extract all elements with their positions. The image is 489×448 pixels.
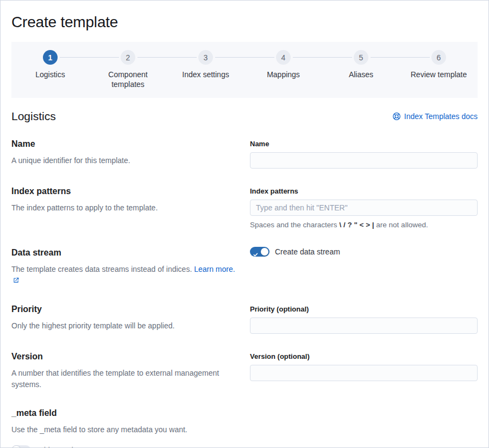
priority-field-column: Priority (optional) bbox=[250, 303, 478, 334]
form-row-version: Version A number that identifies the tem… bbox=[11, 351, 478, 390]
section-title: Logistics bbox=[11, 109, 56, 124]
index-patterns-field-column: Index patterns Spaces and the characters… bbox=[250, 185, 478, 230]
step-label: Index settings bbox=[182, 70, 229, 79]
toggle-knob bbox=[261, 248, 268, 256]
data-stream-row-description: The template creates data streams instea… bbox=[11, 264, 239, 287]
index-patterns-row-heading: Index patterns bbox=[11, 185, 239, 197]
index-patterns-input[interactable] bbox=[250, 200, 478, 216]
stepper-step-logistics[interactable]: 1 Logistics bbox=[11, 50, 89, 89]
index-patterns-field-label: Index patterns bbox=[250, 187, 478, 195]
learn-more-link[interactable]: Learn more. bbox=[194, 265, 235, 273]
version-row-description: A number that identifies the template to… bbox=[11, 368, 239, 390]
data-stream-row-heading: Data stream bbox=[11, 247, 239, 259]
external-link-icon bbox=[13, 275, 19, 287]
lifebuoy-help-icon bbox=[392, 112, 401, 121]
meta-row-heading: _meta field bbox=[11, 407, 239, 419]
step-label: Aliases bbox=[349, 70, 373, 79]
docs-link-label: Index Templates docs bbox=[404, 112, 478, 121]
toggle-knob bbox=[11, 445, 21, 448]
step-label: Component templates bbox=[98, 70, 158, 89]
step-label: Review template bbox=[411, 70, 467, 79]
meta-field-column bbox=[250, 407, 478, 448]
stepper-step-component-templates[interactable]: 2 Component templates bbox=[89, 50, 167, 89]
index-patterns-description-column: Index patterns The index patterns to app… bbox=[11, 185, 239, 230]
stepper-step-aliases[interactable]: 5 Aliases bbox=[322, 50, 400, 89]
step-number-badge: 6 bbox=[431, 50, 446, 65]
step-label: Logistics bbox=[35, 70, 65, 79]
version-input[interactable] bbox=[250, 365, 478, 381]
priority-row-heading: Priority bbox=[11, 303, 239, 315]
name-description-column: Name A unique identifier for this templa… bbox=[11, 138, 239, 169]
create-template-page: Create template 1 Logistics 2 Component … bbox=[0, 0, 489, 448]
form-row-name: Name A unique identifier for this templa… bbox=[11, 138, 478, 169]
data-stream-field-column: Create data stream bbox=[250, 247, 478, 287]
index-templates-docs-link[interactable]: Index Templates docs bbox=[392, 112, 478, 121]
create-data-stream-toggle-label: Create data stream bbox=[275, 247, 340, 256]
stepper-step-index-settings[interactable]: 3 Index settings bbox=[167, 50, 244, 89]
add-metadata-toggle[interactable] bbox=[11, 445, 31, 448]
priority-row-description: Only the highest priority template will … bbox=[11, 320, 239, 332]
stepper-step-review-template[interactable]: 6 Review template bbox=[400, 50, 478, 89]
page-title: Create template bbox=[11, 13, 478, 32]
priority-description-column: Priority Only the highest priority templ… bbox=[11, 303, 239, 334]
section-header: Logistics Index Templates docs bbox=[11, 109, 478, 124]
step-number-badge: 2 bbox=[121, 50, 135, 65]
data-stream-description-column: Data stream The template creates data st… bbox=[11, 247, 239, 287]
step-number-badge: 4 bbox=[276, 50, 291, 65]
version-row-heading: Version bbox=[11, 351, 239, 363]
stepper-step-mappings[interactable]: 4 Mappings bbox=[244, 50, 322, 89]
meta-description-column: _meta field Use the _meta field to store… bbox=[11, 407, 239, 448]
index-patterns-row-description: The index patterns to apply to the templ… bbox=[11, 202, 239, 214]
step-number-badge: 1 bbox=[43, 50, 58, 65]
step-label: Mappings bbox=[267, 70, 300, 79]
version-field-label: Version (optional) bbox=[250, 352, 478, 360]
name-input[interactable] bbox=[250, 152, 478, 169]
form-row-data-stream: Data stream The template creates data st… bbox=[11, 247, 478, 287]
form-row-priority: Priority Only the highest priority templ… bbox=[11, 303, 478, 334]
meta-row-description: Use the _meta field to store any metadat… bbox=[11, 424, 239, 435]
name-field-label: Name bbox=[250, 140, 478, 148]
index-patterns-help-text: Spaces and the characters \ / ? " < > | … bbox=[250, 220, 478, 230]
name-field-column: Name bbox=[250, 138, 478, 169]
name-row-heading: Name bbox=[11, 138, 239, 150]
name-row-description: A unique identifier for this template. bbox=[11, 155, 239, 166]
form-row-meta: _meta field Use the _meta field to store… bbox=[11, 407, 478, 448]
priority-field-label: Priority (optional) bbox=[250, 305, 478, 313]
check-icon bbox=[253, 250, 258, 259]
version-description-column: Version A number that identifies the tem… bbox=[11, 351, 239, 390]
wizard-stepper: 1 Logistics 2 Component templates 3 Inde… bbox=[11, 42, 478, 98]
disallowed-characters: \ / ? " < > | bbox=[339, 221, 374, 229]
create-data-stream-toggle[interactable] bbox=[250, 247, 269, 257]
step-number-badge: 5 bbox=[354, 50, 368, 65]
form-row-index-patterns: Index patterns The index patterns to app… bbox=[11, 185, 478, 230]
add-metadata-toggle-label: Add metadata bbox=[36, 446, 84, 448]
priority-input[interactable] bbox=[250, 318, 478, 334]
step-number-badge: 3 bbox=[198, 50, 213, 65]
version-field-column: Version (optional) bbox=[250, 351, 478, 390]
